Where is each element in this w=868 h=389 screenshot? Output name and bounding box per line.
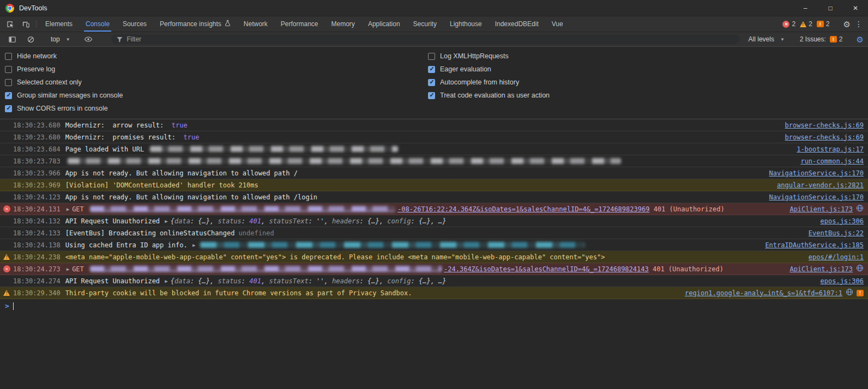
message-timestamp: 18:30:24.133 (13, 229, 61, 237)
warning-count-badge[interactable]: 2 (800, 20, 812, 28)
context-selector-label: top (49, 35, 62, 43)
expand-caret-icon[interactable]: ▶ (67, 266, 69, 272)
message-fragment: 401 (Unauthorized) (649, 205, 724, 213)
issues-label: 2 Issues: (798, 35, 828, 43)
setting-label: Selected context only (17, 78, 82, 86)
source-link[interactable]: ApiClient.js:173 (789, 265, 853, 273)
console-log: 18:30:23.680Modernizr: arrow result: tru… (0, 119, 868, 313)
console-setting-log-xmlhttprequests[interactable]: Log XMLHttpRequests (428, 50, 550, 63)
expand-caret-icon[interactable]: ▶ (192, 242, 195, 248)
issue-icon[interactable]: ! (857, 290, 864, 296)
log-level-selector[interactable]: All levels ▼ (747, 35, 785, 43)
message-fragment: App is not ready. But allowing navigatio… (65, 169, 298, 177)
source-link[interactable]: NavigationService.js:170 (769, 169, 864, 177)
globe-icon[interactable] (856, 264, 864, 273)
console-setting-preserve-log[interactable]: Preserve log (5, 63, 428, 76)
console-setting-group-similar-messages-in-console[interactable]: Group similar messages in console (5, 89, 428, 102)
globe-icon[interactable] (846, 288, 853, 297)
checkbox[interactable] (5, 92, 12, 99)
source-link[interactable]: region1.google-analy…int&_s=1&tfd=6107:1 (685, 289, 842, 297)
message-fragment: config (387, 277, 411, 285)
context-selector[interactable]: top ▼ (49, 35, 70, 43)
source-link[interactable]: browser-checks.js:69 (785, 133, 864, 141)
message-fragment: statusText (269, 217, 308, 225)
console-setting-selected-context-only[interactable]: Selected context only (5, 76, 428, 89)
checkbox[interactable] (428, 79, 435, 86)
console-setting-show-cors-errors-in-console[interactable]: Show CORS errors in console (5, 102, 428, 115)
message-fragment: : {…}, …} (411, 217, 447, 225)
source-link[interactable]: ApiClient.js:173 (789, 205, 853, 213)
checkbox[interactable] (5, 66, 12, 73)
expand-caret-icon[interactable]: ▶ (165, 278, 167, 284)
checkbox[interactable] (5, 79, 12, 86)
message-link-cell: angular-vendor.js:2821 (770, 181, 864, 189)
tab-console[interactable]: Console (79, 16, 116, 32)
source-link[interactable]: epos.js:306 (821, 277, 864, 285)
source-link[interactable]: run-common.js:44 (800, 157, 864, 165)
warning-count: 2 (809, 20, 812, 28)
checkbox[interactable] (428, 92, 435, 99)
source-link[interactable]: angular-vendor.js:2821 (777, 181, 864, 189)
toggle-device-toolbar-button[interactable] (18, 16, 34, 32)
tab-network[interactable]: Network (237, 16, 274, 32)
console-setting-autocomplete-from-history[interactable]: Autocomplete from history (428, 76, 550, 89)
clear-console-button[interactable] (23, 35, 39, 44)
issues-count-badge[interactable]: ! 2 (817, 20, 830, 28)
issue-icon: ! (817, 21, 824, 27)
request-url-link[interactable]: -24.364Z&isoDates=1&salesChannelID=4&_=1… (444, 265, 649, 273)
console-setting-eager-evaluation[interactable]: Eager evaluation (428, 63, 550, 76)
source-link[interactable]: EventBus.js:22 (809, 229, 864, 237)
console-setting-treat-code-evaluation-as-user-action[interactable]: Treat code evaluation as user action (428, 89, 550, 102)
issues-link[interactable]: 2 Issues: ! 2 (798, 35, 843, 43)
message-fragment: : (242, 277, 249, 285)
inspect-element-button[interactable] (2, 16, 18, 32)
filter-input[interactable] (126, 35, 734, 43)
console-prompt[interactable]: > (0, 299, 868, 313)
console-settings-gear-icon[interactable]: ⚙ (857, 35, 864, 44)
message-fragment: data (174, 277, 190, 285)
tab-performance-insights[interactable]: Performance insights (153, 16, 237, 32)
message-text: Using cached Entra ID app info. ▶ (65, 241, 587, 249)
request-url-link[interactable]: -08-26T16:22:24.364Z&isoDates=1&salesCha… (397, 205, 649, 213)
minimize-button[interactable]: – (793, 0, 818, 16)
expand-caret-icon[interactable]: ▶ (67, 206, 69, 212)
settings-gear-icon[interactable]: ⚙ (843, 20, 851, 28)
console-setting-hide-network[interactable]: Hide network (5, 50, 428, 63)
message-timestamp: 18:30:23.969 (13, 181, 61, 189)
tab-performance[interactable]: Performance (274, 16, 325, 32)
globe-icon[interactable] (856, 204, 864, 214)
console-message-row: 18:30:24.123App is not ready. But allowi… (0, 191, 868, 203)
message-link-cell: region1.google-analy…int&_s=1&tfd=6107:1… (678, 288, 864, 297)
tab-vue[interactable]: Vue (545, 16, 570, 32)
source-link[interactable]: EntraIDAuthService.js:185 (765, 241, 864, 249)
tab-sources[interactable]: Sources (116, 16, 153, 32)
tab-lighthouse[interactable]: Lighthouse (443, 16, 489, 32)
message-fragment: [Violation] 'DOMContentLoaded' handler t… (65, 181, 258, 189)
live-expression-button[interactable] (81, 35, 97, 44)
checkbox[interactable] (5, 53, 12, 60)
filter-field[interactable] (111, 34, 740, 44)
tab-elements[interactable]: Elements (39, 16, 79, 32)
source-link[interactable]: browser-checks.js:69 (785, 121, 864, 129)
maximize-button[interactable]: □ (818, 0, 843, 16)
window-title: DevTools (19, 4, 47, 12)
message-text: App is not ready. But allowing navigatio… (65, 169, 298, 177)
message-text (65, 158, 623, 164)
more-options-icon[interactable]: ⋮ (855, 20, 863, 28)
console-sidebar-toggle-button[interactable] (4, 35, 20, 44)
checkbox[interactable] (428, 66, 435, 73)
source-link[interactable]: NavigationService.js:170 (769, 193, 864, 201)
source-link[interactable]: 1-bootstrap.js:17 (797, 145, 864, 153)
close-button[interactable]: ✕ (843, 0, 868, 16)
tab-application[interactable]: Application (361, 16, 407, 32)
tab-security[interactable]: Security (407, 16, 443, 32)
error-count-badge[interactable]: ✕ 2 (782, 20, 795, 28)
tab-indexeddbedit[interactable]: IndexedDBEdit (489, 16, 545, 32)
expand-caret-icon[interactable]: ▶ (165, 218, 167, 224)
source-link[interactable]: epos/#/login:1 (809, 253, 864, 261)
checkbox[interactable] (428, 53, 435, 60)
source-link[interactable]: epos.js:306 (821, 217, 864, 225)
tab-memory[interactable]: Memory (325, 16, 361, 32)
tab-label: Console (86, 20, 110, 28)
checkbox[interactable] (5, 105, 12, 112)
